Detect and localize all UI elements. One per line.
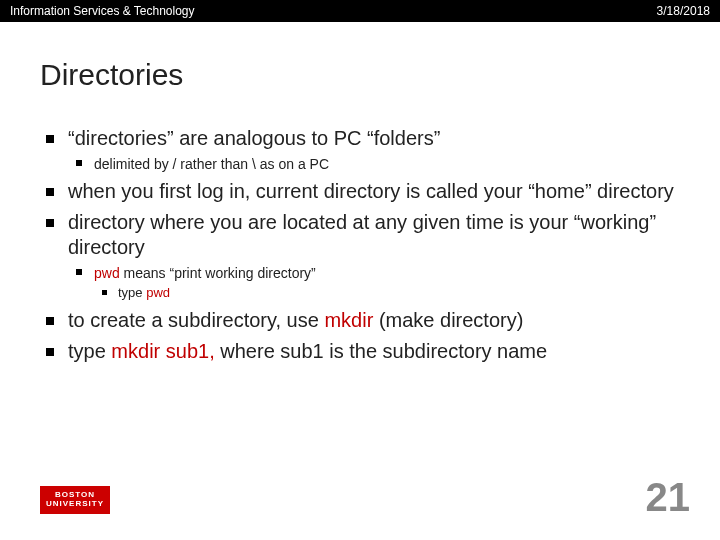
top-bar: Information Services & Technology 3/18/2… <box>0 0 720 22</box>
header-left: Information Services & Technology <box>10 4 195 18</box>
bullet-item: directory where you are located at any g… <box>40 210 680 302</box>
bullet-item: “directories” are analogous to PC “folde… <box>40 126 680 173</box>
header-date: 3/18/2018 <box>657 4 710 18</box>
command-text: pwd <box>94 265 120 281</box>
page-number: 21 <box>646 475 691 520</box>
bullet-text: (make directory) <box>373 309 523 331</box>
bullet-text: means “print working directory” <box>120 265 316 281</box>
slide-title: Directories <box>40 58 680 92</box>
bullet-item: when you first log in, current directory… <box>40 179 680 204</box>
slide-body: Directories “directories” are analogous … <box>0 22 720 540</box>
bullet-text: when you first log in, current directory… <box>68 180 674 202</box>
bullet-list: “directories” are analogous to PC “folde… <box>40 126 680 364</box>
logo-line2: UNIVERSITY <box>46 500 104 509</box>
sub-sub-bullet-item: type pwd <box>94 285 680 302</box>
bullet-item: to create a subdirectory, use mkdir (mak… <box>40 308 680 333</box>
bullet-text: type <box>68 340 111 362</box>
sub-bullet-item: delimited by / rather than \ as on a PC <box>68 155 680 173</box>
bullet-text: “directories” are analogous to PC “folde… <box>68 127 440 149</box>
bullet-item: type mkdir sub1, where sub1 is the subdi… <box>40 339 680 364</box>
bullet-text: where sub1 is the subdirectory name <box>215 340 547 362</box>
command-text: mkdir <box>324 309 373 331</box>
command-text: mkdir sub1, <box>111 340 214 362</box>
bullet-text: type <box>118 285 146 300</box>
bullet-text: directory where you are located at any g… <box>68 211 656 258</box>
org-logo: BOSTON UNIVERSITY <box>40 486 110 514</box>
bullet-text: delimited by / rather than \ as on a PC <box>94 156 329 172</box>
sub-bullet-item: pwd means “print working directory” type… <box>68 264 680 302</box>
bullet-text: to create a subdirectory, use <box>68 309 324 331</box>
command-text: pwd <box>146 285 170 300</box>
